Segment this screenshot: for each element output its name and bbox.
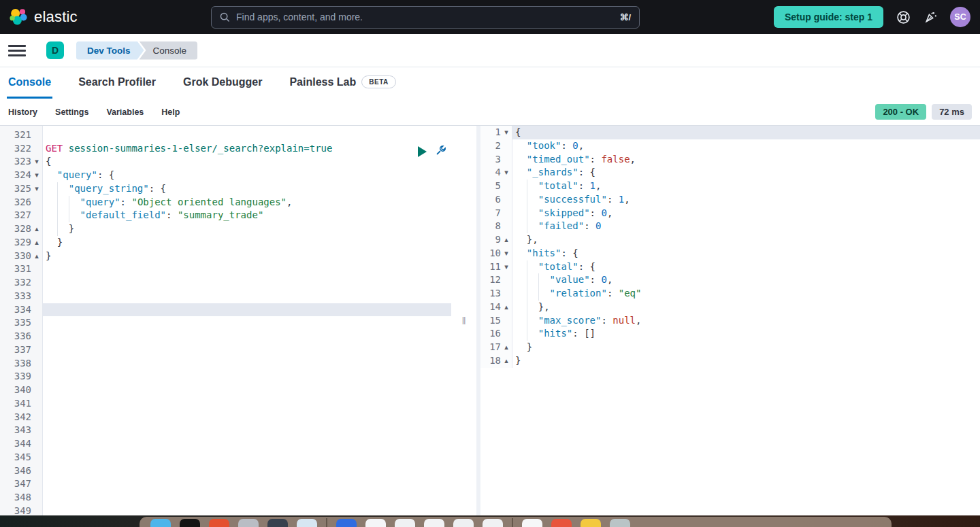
- line-number: 323: [0, 155, 31, 169]
- fold-toggle-icon[interactable]: ▴: [31, 236, 42, 250]
- dock-app-icon[interactable]: [483, 519, 503, 527]
- code-content: [43, 477, 451, 491]
- fold-toggle-icon[interactable]: ▾: [501, 247, 512, 260]
- code-content: [43, 357, 451, 371]
- search-icon: [220, 12, 230, 22]
- devtools-app-badge[interactable]: D: [46, 41, 64, 59]
- dock-app-icon[interactable]: [522, 519, 542, 527]
- fold-toggle-icon[interactable]: ▾: [501, 166, 512, 180]
- code-content: }: [512, 341, 980, 354]
- dock-app-icon[interactable]: [551, 519, 572, 527]
- line-number: 16: [480, 327, 501, 341]
- gutter: 10▾: [480, 247, 512, 260]
- fold-toggle-icon[interactable]: ▴: [31, 250, 42, 263]
- code-line: 327 "default_field": "summary_trade": [0, 209, 451, 222]
- code-line: 335: [0, 316, 451, 330]
- line-number: 334: [0, 303, 31, 317]
- line-number: 338: [0, 357, 31, 371]
- code-line: 326 "query": "Object oriented languages"…: [0, 196, 451, 209]
- dock-app-icon[interactable]: [453, 519, 474, 527]
- line-number: 9: [480, 233, 501, 247]
- fold-toggle-icon[interactable]: ▴: [501, 301, 512, 314]
- code-content: },: [512, 233, 980, 247]
- panel-splitter[interactable]: ‖: [451, 126, 476, 515]
- dock-app-icon[interactable]: [365, 519, 386, 527]
- fold-toggle-icon[interactable]: ▴: [31, 222, 42, 236]
- breadcrumb-dev-tools[interactable]: Dev Tools: [76, 41, 144, 60]
- fold-toggle-icon[interactable]: ▴: [501, 354, 512, 368]
- tab-console[interactable]: Console: [7, 67, 52, 99]
- code-line: 4▾ "_shards": {: [480, 166, 980, 180]
- gutter: 1▾: [480, 126, 512, 139]
- fold-toggle-icon[interactable]: ▾: [31, 155, 42, 169]
- history-button[interactable]: History: [8, 107, 37, 117]
- line-number: 5: [480, 180, 501, 193]
- fold-spacer: [31, 129, 42, 142]
- dock-divider: [512, 518, 513, 527]
- search-placeholder: Find apps, content, and more.: [236, 12, 613, 22]
- help-button[interactable]: Help: [161, 107, 180, 117]
- tab-grok-debugger[interactable]: Grok Debugger: [182, 67, 263, 99]
- fold-spacer: [31, 437, 42, 451]
- fold-toggle-icon[interactable]: ▾: [501, 260, 512, 274]
- request-options-wrench-icon[interactable]: [435, 144, 447, 158]
- fold-spacer: [501, 314, 512, 328]
- gutter: 345: [0, 451, 43, 464]
- code-line: 343: [0, 424, 451, 437]
- dock-app-icon[interactable]: [180, 519, 200, 527]
- code-content: "max_score": null,: [512, 314, 980, 328]
- request-editor[interactable]: 320321322GET session-summaries-1-elser/_…: [0, 126, 451, 515]
- response-viewer[interactable]: 1▾{2 "took": 0,3 "timed_out": false,4▾ "…: [476, 126, 980, 515]
- line-number: 11: [480, 260, 501, 274]
- dock-app-icon[interactable]: [297, 519, 317, 527]
- fold-spacer: [31, 142, 42, 156]
- fold-toggle-icon[interactable]: ▾: [501, 126, 512, 139]
- dock-app-icon[interactable]: [238, 519, 259, 527]
- macos-dock[interactable]: [140, 517, 892, 527]
- dock-app-icon[interactable]: [395, 519, 415, 527]
- global-search-input[interactable]: Find apps, content, and more. ⌘/: [211, 6, 640, 29]
- help-icon[interactable]: [896, 10, 911, 24]
- line-number: 348: [0, 491, 31, 505]
- gutter: 344: [0, 437, 43, 451]
- dock-app-icon[interactable]: [424, 519, 444, 527]
- splitter-grip-icon: ‖: [461, 315, 466, 326]
- variables-button[interactable]: Variables: [106, 107, 144, 117]
- code-content: "hits": []: [512, 327, 980, 341]
- settings-button[interactable]: Settings: [55, 107, 88, 117]
- elastic-logo[interactable]: elastic: [10, 8, 211, 26]
- code-content: "default_field": "summary_trade": [43, 209, 451, 222]
- fold-toggle-icon[interactable]: ▴: [501, 341, 512, 354]
- dock-app-icon[interactable]: [209, 519, 229, 527]
- tab-search-profiler[interactable]: Search Profiler: [77, 67, 157, 99]
- search-shortcut-hint: ⌘/: [619, 12, 631, 22]
- user-avatar[interactable]: SC: [950, 7, 970, 27]
- setup-guide-button[interactable]: Setup guide: step 1: [774, 6, 883, 28]
- menu-hamburger-icon[interactable]: [8, 45, 26, 56]
- fold-toggle-icon[interactable]: ▴: [501, 233, 512, 247]
- code-content: {: [43, 155, 451, 169]
- response-status-badge: 200 - OK: [875, 104, 926, 120]
- dock-app-icon[interactable]: [610, 519, 630, 527]
- code-content: "query_string": {: [43, 182, 451, 196]
- fold-spacer: [501, 327, 512, 341]
- indent-guide: [57, 182, 58, 196]
- dock-app-icon[interactable]: [150, 519, 171, 527]
- fold-toggle-icon[interactable]: ▾: [31, 169, 42, 182]
- send-request-play-button[interactable]: [418, 146, 427, 157]
- line-number: 346: [0, 464, 31, 478]
- line-number: 343: [0, 424, 31, 437]
- news-party-popper-icon[interactable]: [923, 10, 938, 24]
- tab-painless-lab[interactable]: Painless Lab BETA: [288, 67, 397, 99]
- dock-app-icon[interactable]: [581, 519, 601, 527]
- line-number: 322: [0, 142, 31, 156]
- code-content: }: [43, 250, 451, 263]
- dock-app-icon[interactable]: [336, 519, 357, 527]
- line-number: 2: [480, 139, 501, 153]
- line-number: 330: [0, 250, 31, 263]
- indent-guide: [69, 196, 69, 209]
- dock-app-icon[interactable]: [267, 519, 288, 527]
- fold-toggle-icon[interactable]: ▾: [31, 182, 42, 196]
- code-content: },: [512, 301, 980, 314]
- fold-spacer: [501, 180, 512, 193]
